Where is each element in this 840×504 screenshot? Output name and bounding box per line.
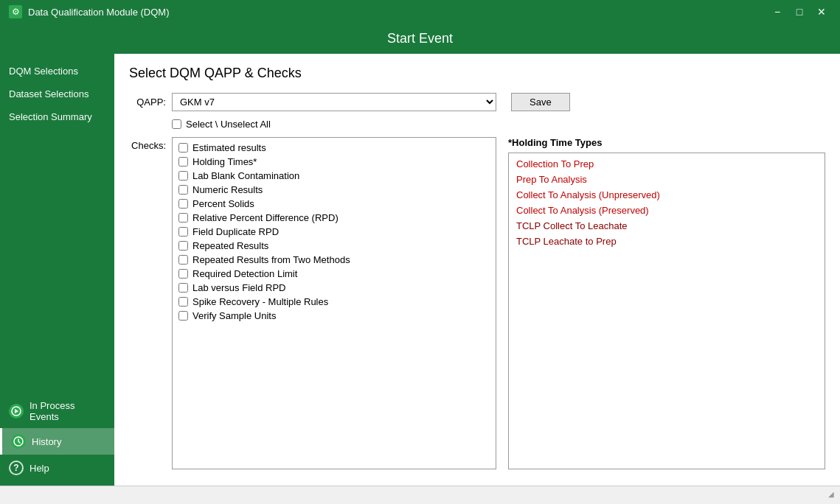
page-title: Select DQM QAPP & Checks xyxy=(129,66,825,81)
sidebar-item-dqm-selections[interactable]: DQM Selections xyxy=(0,60,114,83)
check-label-numeric-results: Numeric Results xyxy=(192,184,263,195)
check-item-required-detection-limit: Required Detection Limit xyxy=(173,267,496,281)
history-icon xyxy=(11,434,26,449)
check-label-repeated-results: Repeated Results xyxy=(192,240,268,251)
holding-item-collect-to-analysis-unpreserved[interactable]: Collect To Analysis (Unpreserved) xyxy=(509,187,825,203)
check-item-numeric-results: Numeric Results xyxy=(173,183,496,197)
checks-section: Checks: Estimated resultsHolding Times*L… xyxy=(129,137,496,469)
sidebar-item-in-process-events[interactable]: In Process Events xyxy=(0,394,114,428)
holding-times-list: Collection To PrepPrep To AnalysisCollec… xyxy=(508,153,825,469)
sidebar: DQM Selections Dataset Selections Select… xyxy=(0,54,114,486)
holding-item-collect-to-analysis-preserved[interactable]: Collect To Analysis (Preserved) xyxy=(509,203,825,218)
resize-icon: ◢ xyxy=(828,490,834,498)
checkbox-holding-times[interactable] xyxy=(178,157,188,167)
check-item-spike-recovery: Spike Recovery - Multiple Rules xyxy=(173,295,496,309)
close-button[interactable]: ✕ xyxy=(812,4,831,19)
maximize-button[interactable]: □ xyxy=(790,4,809,19)
check-label-lab-blank-contamination: Lab Blank Contamination xyxy=(192,170,299,181)
check-label-required-detection-limit: Required Detection Limit xyxy=(192,268,297,279)
save-button[interactable]: Save xyxy=(511,93,570,111)
checks-list: Estimated resultsHolding Times*Lab Blank… xyxy=(172,137,496,469)
header-title: Start Event xyxy=(387,31,453,46)
select-all-checkbox[interactable] xyxy=(172,119,181,129)
checkbox-percent-solids[interactable] xyxy=(178,199,188,209)
check-label-estimated-results: Estimated results xyxy=(192,142,266,153)
in-process-events-icon xyxy=(9,404,24,419)
sidebar-nav: DQM Selections Dataset Selections Select… xyxy=(0,60,114,394)
holding-item-tclp-leachate-to-prep[interactable]: TCLP Leachate to Prep xyxy=(509,234,825,249)
holding-item-prep-to-analysis[interactable]: Prep To Analysis xyxy=(509,172,825,187)
check-label-relative-percent-difference: Relative Percent Difference (RPD) xyxy=(192,212,339,223)
holding-times-title: *Holding Time Types xyxy=(508,137,825,148)
checkbox-required-detection-limit[interactable] xyxy=(178,269,188,279)
check-item-percent-solids: Percent Solids xyxy=(173,197,496,211)
app-header: Start Event xyxy=(0,24,840,54)
check-label-percent-solids: Percent Solids xyxy=(192,198,254,209)
qapp-row: QAPP: GKM v7 Save xyxy=(129,93,825,111)
checkbox-field-duplicate-rpd[interactable] xyxy=(178,227,188,237)
sidebar-item-dataset-selections[interactable]: Dataset Selections xyxy=(0,83,114,105)
check-item-lab-blank-contamination: Lab Blank Contamination xyxy=(173,169,496,183)
checkbox-lab-blank-contamination[interactable] xyxy=(178,171,188,181)
qapp-label: QAPP: xyxy=(129,97,166,108)
window-controls: − □ ✕ xyxy=(768,4,831,19)
check-item-relative-percent-difference: Relative Percent Difference (RPD) xyxy=(173,211,496,225)
check-item-holding-times: Holding Times* xyxy=(173,155,496,169)
check-label-lab-versus-field-rpd: Lab versus Field RPD xyxy=(192,282,285,293)
app-icon xyxy=(9,5,22,18)
main-content: Select DQM QAPP & Checks QAPP: GKM v7 Sa… xyxy=(114,54,840,486)
check-item-repeated-results: Repeated Results xyxy=(173,239,496,253)
sidebar-item-help[interactable]: ? Help xyxy=(0,455,114,481)
title-bar: Data Qualification Module (DQM) − □ ✕ xyxy=(0,0,840,24)
checkbox-estimated-results[interactable] xyxy=(178,143,188,153)
app-title: Data Qualification Module (DQM) xyxy=(28,7,169,18)
checks-label: Checks: xyxy=(129,137,172,469)
checkbox-lab-versus-field-rpd[interactable] xyxy=(178,283,188,293)
qapp-select[interactable]: GKM v7 xyxy=(172,93,496,111)
sidebar-item-selection-summary[interactable]: Selection Summary xyxy=(0,105,114,128)
check-label-spike-recovery: Spike Recovery - Multiple Rules xyxy=(192,296,328,307)
checkbox-repeated-results[interactable] xyxy=(178,241,188,251)
holding-item-tclp-collect-to-leachate[interactable]: TCLP Collect To Leachate xyxy=(509,218,825,234)
select-all-row: Select \ Unselect All xyxy=(172,119,825,130)
check-label-holding-times: Holding Times* xyxy=(192,156,257,167)
check-label-field-duplicate-rpd: Field Duplicate RPD xyxy=(192,226,279,237)
checkbox-relative-percent-difference[interactable] xyxy=(178,213,188,223)
check-label-repeated-results-two-methods: Repeated Results from Two Methods xyxy=(192,254,350,265)
two-col-layout: Checks: Estimated resultsHolding Times*L… xyxy=(129,137,825,469)
minimize-button[interactable]: − xyxy=(768,4,787,19)
check-item-field-duplicate-rpd: Field Duplicate RPD xyxy=(173,225,496,239)
holding-item-collection-to-prep[interactable]: Collection To Prep xyxy=(509,156,825,172)
checkbox-verify-sample-units[interactable] xyxy=(178,311,188,321)
check-item-estimated-results: Estimated results xyxy=(173,141,496,155)
checkbox-numeric-results[interactable] xyxy=(178,185,188,195)
check-item-verify-sample-units: Verify Sample Units xyxy=(173,309,496,323)
help-icon: ? xyxy=(9,461,24,475)
check-label-verify-sample-units: Verify Sample Units xyxy=(192,310,276,321)
checkbox-spike-recovery[interactable] xyxy=(178,297,188,307)
check-item-repeated-results-two-methods: Repeated Results from Two Methods xyxy=(173,253,496,267)
sidebar-item-history[interactable]: History xyxy=(0,428,114,455)
checkbox-repeated-results-two-methods[interactable] xyxy=(178,255,188,265)
status-bar: ◢ xyxy=(0,486,840,502)
holding-times-section: *Holding Time Types Collection To PrepPr… xyxy=(508,137,825,469)
check-item-lab-versus-field-rpd: Lab versus Field RPD xyxy=(173,281,496,295)
select-all-label: Select \ Unselect All xyxy=(186,119,271,130)
sidebar-bottom: In Process Events History ? Help xyxy=(0,394,114,486)
